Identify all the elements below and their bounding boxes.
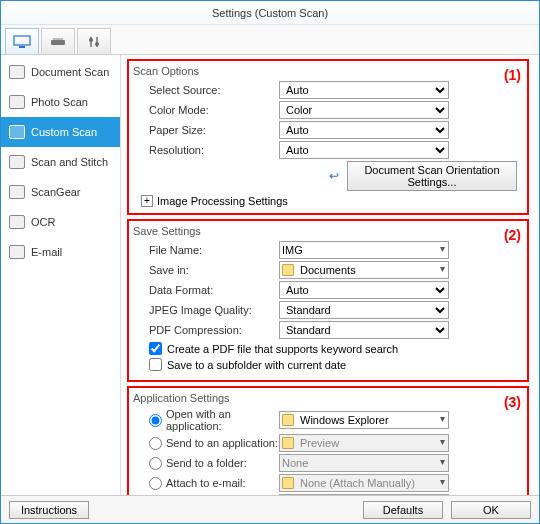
top-toolbar: [1, 25, 539, 55]
titlebar: Settings (Custom Scan): [1, 1, 539, 25]
send-to-application-label: Send to an application:: [166, 437, 278, 449]
send-to-application-radio[interactable]: [149, 437, 162, 450]
open-with-application-label: Open with an application:: [166, 408, 279, 432]
toolbar-tab-scan-from-panel[interactable]: [41, 28, 75, 54]
attach-email-radio[interactable]: [149, 477, 162, 490]
sidebar: Document Scan Photo Scan Custom Scan Sca…: [1, 55, 121, 495]
panel-number: (2): [504, 227, 521, 243]
settings-window: Settings (Custom Scan) Document Scan Pho…: [0, 0, 540, 524]
mail-icon: [282, 477, 294, 489]
panel-number: (1): [504, 67, 521, 83]
footer: Instructions Defaults OK: [1, 495, 539, 523]
svg-point-7: [95, 42, 99, 46]
send-to-application-dropdown[interactable]: Preview: [279, 434, 449, 452]
sidebar-item-label: Custom Scan: [31, 126, 97, 138]
orientation-settings-button[interactable]: Document Scan Orientation Settings...: [347, 161, 517, 191]
jpeg-quality-dropdown[interactable]: Standard: [279, 301, 449, 319]
send-to-folder-radio[interactable]: [149, 457, 162, 470]
data-format-dropdown[interactable]: Auto: [279, 281, 449, 299]
sliders-icon: [85, 35, 103, 49]
paper-size-label: Paper Size:: [149, 124, 279, 136]
send-to-folder-dropdown[interactable]: None: [279, 454, 449, 472]
monitor-icon: [13, 35, 31, 49]
scan-stitch-icon: [9, 155, 25, 169]
folder-icon: [282, 264, 294, 276]
sidebar-item-document-scan[interactable]: Document Scan: [1, 57, 120, 87]
sidebar-item-label: Document Scan: [31, 66, 109, 78]
sidebar-item-label: OCR: [31, 216, 55, 228]
color-mode-label: Color Mode:: [149, 104, 279, 116]
sidebar-item-label: ScanGear: [31, 186, 81, 198]
svg-rect-3: [53, 38, 63, 40]
preview-icon: [282, 437, 294, 449]
sidebar-item-email[interactable]: E-mail: [1, 237, 120, 267]
color-mode-dropdown[interactable]: Color: [279, 101, 449, 119]
scangear-icon: [9, 185, 25, 199]
group-title: Application Settings: [133, 392, 523, 404]
reset-icon[interactable]: ↩: [327, 169, 341, 183]
svg-rect-1: [19, 46, 25, 48]
data-format-label: Data Format:: [149, 284, 279, 296]
toolbar-tab-scan-from-pc[interactable]: [5, 28, 39, 54]
sidebar-item-photo-scan[interactable]: Photo Scan: [1, 87, 120, 117]
application-settings-panel: (3) Application Settings Open with an ap…: [127, 386, 529, 495]
svg-point-5: [89, 38, 93, 42]
save-in-label: Save in:: [149, 264, 279, 276]
instructions-button[interactable]: Instructions: [9, 501, 89, 519]
open-with-application-dropdown[interactable]: Windows Explorer: [279, 411, 449, 429]
pdf-keyword-search-label: Create a PDF file that supports keyword …: [167, 343, 398, 355]
subfolder-date-checkbox[interactable]: [149, 358, 162, 371]
group-title: Scan Options: [133, 65, 523, 77]
defaults-button[interactable]: Defaults: [363, 501, 443, 519]
expand-image-processing-button[interactable]: +: [141, 195, 153, 207]
file-name-label: File Name:: [149, 244, 279, 256]
main-content[interactable]: (1) Scan Options Select Source:Auto Colo…: [121, 55, 539, 495]
save-settings-panel: (2) Save Settings File Name: IMG Save in…: [127, 219, 529, 382]
custom-scan-icon: [9, 125, 25, 139]
sidebar-item-label: E-mail: [31, 246, 62, 258]
window-title: Settings (Custom Scan): [212, 7, 328, 19]
photo-scan-icon: [9, 95, 25, 109]
explorer-icon: [282, 414, 294, 426]
sidebar-item-scangear[interactable]: ScanGear: [1, 177, 120, 207]
scan-options-panel: (1) Scan Options Select Source:Auto Colo…: [127, 59, 529, 215]
svg-rect-0: [14, 36, 30, 45]
ocr-icon: [9, 215, 25, 229]
send-to-folder-label: Send to a folder:: [166, 457, 247, 469]
subfolder-date-label: Save to a subfolder with current date: [167, 359, 346, 371]
ok-button[interactable]: OK: [451, 501, 531, 519]
resolution-label: Resolution:: [149, 144, 279, 156]
open-with-application-radio[interactable]: [149, 414, 162, 427]
sidebar-item-ocr[interactable]: OCR: [1, 207, 120, 237]
panel-number: (3): [504, 394, 521, 410]
sidebar-item-custom-scan[interactable]: Custom Scan: [1, 117, 120, 147]
group-title: Save Settings: [133, 225, 523, 237]
file-name-field[interactable]: IMG: [279, 241, 449, 259]
scanner-icon: [49, 35, 67, 49]
jpeg-quality-label: JPEG Image Quality:: [149, 304, 279, 316]
resolution-dropdown[interactable]: Auto: [279, 141, 449, 159]
svg-rect-2: [51, 40, 65, 45]
pdf-keyword-search-checkbox[interactable]: [149, 342, 162, 355]
pdf-compression-dropdown[interactable]: Standard: [279, 321, 449, 339]
paper-size-dropdown[interactable]: Auto: [279, 121, 449, 139]
image-processing-label: Image Processing Settings: [157, 195, 288, 207]
pdf-compression-label: PDF Compression:: [149, 324, 279, 336]
select-source-dropdown[interactable]: Auto: [279, 81, 449, 99]
sidebar-item-label: Photo Scan: [31, 96, 88, 108]
save-in-dropdown[interactable]: Documents: [279, 261, 449, 279]
start-ocr-dropdown[interactable]: Output to Text: [279, 494, 449, 495]
sidebar-item-scan-stitch[interactable]: Scan and Stitch: [1, 147, 120, 177]
attach-email-label: Attach to e-mail:: [166, 477, 245, 489]
toolbar-tab-general[interactable]: [77, 28, 111, 54]
attach-email-dropdown[interactable]: None (Attach Manually): [279, 474, 449, 492]
select-source-label: Select Source:: [149, 84, 279, 96]
email-icon: [9, 245, 25, 259]
sidebar-item-label: Scan and Stitch: [31, 156, 108, 168]
document-scan-icon: [9, 65, 25, 79]
